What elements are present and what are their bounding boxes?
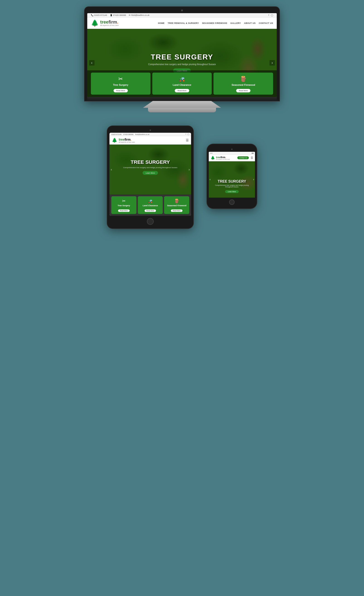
monitor-camera — [181, 9, 183, 11]
nav-about[interactable]: ABOUT US — [244, 22, 256, 24]
phone-home-button[interactable] — [229, 199, 235, 205]
phone-bezel: ●●● ▮▮▮ 🌲 treefirm. All aspects of tree … — [207, 144, 257, 209]
tablet-firewood-read-more-button[interactable]: Read More — [171, 209, 182, 212]
desktop-monitor-section: 📞 01825 872146 📱 07428 080088 ✉ Rob@tree… — [0, 0, 364, 112]
mobile-icon: 📱 — [110, 14, 112, 16]
tree-surgery-title: Tree Surgery — [93, 83, 148, 86]
tablet-tree-surgery-read-more-button[interactable]: Read More — [118, 209, 130, 212]
phone-learn-more-button[interactable]: Learn More — [225, 190, 239, 193]
phone-signal: ●●● — [210, 152, 213, 154]
tablet-hamburger-button[interactable]: ☰ — [186, 138, 189, 142]
topbar-left: 📞 01825 872146 📱 07428 080088 ✉ Rob@tree… — [91, 14, 149, 16]
tablet-logo-tree-part: tree — [119, 138, 125, 141]
tablet-camera — [150, 130, 151, 131]
logo-text: treefirm. All aspects of tree care — [100, 20, 118, 27]
tablet-service-firewood: 🪵 Seasoned Firewood Read More — [164, 196, 189, 214]
land-clearance-read-more-button[interactable]: Read More — [175, 89, 189, 92]
tablet-screen: 01825 872146 07428 080088 Rob@treefirm.c… — [109, 133, 191, 216]
tablet-logo-dot: . — [131, 138, 131, 141]
phone-hamburger-button[interactable]: ☰ — [251, 156, 253, 159]
tree-surgery-read-more-button[interactable]: Read More — [114, 89, 128, 92]
nav-links: HOME TREE REMOVAL & SURGERY SEASONED FIR… — [158, 22, 273, 24]
tablet-land-clearance-title: Land Clearance — [139, 204, 162, 207]
tablet-land-clearance-read-more-button[interactable]: Read More — [145, 209, 156, 212]
firewood-icon: 🪵 — [216, 76, 271, 82]
topbar-email: ✉ Rob@treefirm.co.uk — [129, 14, 149, 16]
hero-content: TREE SURGERY Comprehensive tree surgery … — [148, 53, 216, 73]
services-row: ✂ Tree Surgery Read More 🚜 Land Clearanc… — [87, 70, 277, 97]
firewood-read-more-button[interactable]: Read More — [236, 89, 251, 92]
tablet-next-button[interactable]: › — [189, 168, 190, 171]
monitor-bezel: 📞 01825 872146 📱 07428 080088 ✉ Rob@tree… — [85, 7, 279, 101]
nav-firewood[interactable]: SEASONED FIREWOOD — [202, 22, 227, 24]
tablet-instagram-icon[interactable]: ◯ — [188, 134, 189, 135]
phone-contact-button[interactable]: Contact Us — [237, 156, 249, 159]
topbar-phone2: 📱 07428 080088 — [110, 14, 126, 16]
phone-battery: ▮▮▮ — [252, 152, 254, 154]
hero-title: TREE SURGERY — [148, 53, 216, 61]
land-clearance-icon: 🚜 — [155, 76, 210, 82]
tablet-email: Rob@treefirm.co.uk — [135, 134, 149, 135]
land-clearance-title: Land Clearance — [155, 83, 210, 86]
site-nav: 🌲 treefirm. All aspects of tree care HOM… — [87, 17, 277, 29]
tablet-prev-button[interactable]: ‹ — [111, 168, 112, 171]
nav-home[interactable]: HOME — [158, 22, 165, 24]
phone-next-button[interactable]: › — [253, 178, 254, 181]
monitor-stand — [85, 101, 279, 112]
site-topbar: 📞 01825 872146 📱 07428 080088 ✉ Rob@tree… — [87, 13, 277, 17]
hero-next-button[interactable]: › — [269, 60, 275, 66]
tablet-service-tree-surgery: ✂ Tree Surgery Read More — [111, 196, 137, 214]
tablet-firewood-icon: 🪵 — [166, 199, 188, 203]
hero-subtitle: Comprehensive tree surgery and hedge pru… — [148, 63, 216, 66]
hero-prev-button[interactable]: ‹ — [89, 60, 95, 66]
phone-logo-text: treefirm. All aspects of tree care — [216, 156, 230, 160]
monitor-stand-base — [148, 108, 216, 112]
tablet-logo-name: treefirm. — [119, 138, 135, 141]
mobile-devices-section: 01825 872146 07428 080088 Rob@treefirm.c… — [0, 112, 364, 238]
logo-name: treefirm. — [100, 20, 118, 24]
phone-logo-tree-part: tree — [216, 156, 220, 159]
logo-dot: . — [117, 20, 118, 24]
instagram-icon[interactable]: ◯ — [271, 14, 273, 16]
phone-logo-tagline: All aspects of tree care — [216, 159, 230, 160]
phone-logo-dot: . — [225, 156, 226, 159]
site-logo: 🌲 treefirm. All aspects of tree care — [91, 19, 118, 27]
phone-hero: TREE SURGERY Comprehensive tree surgery … — [209, 161, 255, 198]
logo-tree-text: tree — [100, 20, 109, 24]
topbar-phone1: 📞 01825 872146 — [91, 14, 107, 16]
monitor-stand-neck — [85, 101, 279, 108]
nav-tree-surgery[interactable]: TREE REMOVAL & SURGERY — [168, 22, 199, 24]
phone-hero-title: TREE SURGERY — [211, 179, 253, 184]
topbar-social: f ◯ — [268, 14, 273, 16]
tablet-logo: 🌲 treefirm. All aspects of tree care — [112, 137, 135, 143]
site-hero: TREE SURGERY Comprehensive tree surgery … — [87, 29, 277, 97]
nav-contact[interactable]: CONTACT US — [259, 22, 273, 24]
phone-camera — [231, 149, 233, 150]
service-card-tree-surgery: ✂ Tree Surgery Read More — [91, 73, 151, 95]
logo-firm-text: firm — [109, 20, 117, 24]
phone-nav: 🌲 treefirm. All aspects of tree care Con… — [209, 155, 255, 161]
phone-logo-tree-icon: 🌲 — [211, 156, 215, 160]
tablet-facebook-icon[interactable]: f — [186, 134, 186, 135]
tablet-service-land-clearance: 🚜 Land Clearance Read More — [138, 196, 163, 214]
phone-topbar: ●●● ▮▮▮ — [209, 152, 255, 155]
tablet-logo-tree-icon: 🌲 — [112, 137, 117, 143]
monitor-screen: 📞 01825 872146 📱 07428 080088 ✉ Rob@tree… — [87, 13, 277, 97]
tablet-hero-title: TREE SURGERY — [114, 159, 187, 165]
tablet-nav: 🌲 treefirm. All aspects of tree care ☰ — [109, 136, 191, 144]
service-card-firewood: 🪵 Seasoned Firewood Read More — [213, 73, 273, 95]
tablet-topbar: 01825 872146 07428 080088 Rob@treefirm.c… — [109, 133, 191, 136]
tablet-learn-more-button[interactable]: Learn More — [143, 171, 158, 175]
nav-gallery[interactable]: GALLERY — [230, 22, 241, 24]
tablet-hero: TREE SURGERY Comprehensive tree surgery … — [109, 144, 191, 194]
tablet-hero-content: TREE SURGERY Comprehensive tree surgery … — [114, 159, 187, 175]
facebook-icon[interactable]: f — [268, 14, 269, 16]
tablet-device: 01825 872146 07428 080088 Rob@treefirm.c… — [107, 126, 193, 229]
tablet-land-clearance-icon: 🚜 — [139, 199, 162, 203]
phone-logo: 🌲 treefirm. All aspects of tree care — [211, 156, 230, 160]
phone-prev-button[interactable]: ‹ — [210, 178, 211, 181]
tablet-tree-surgery-icon: ✂ — [113, 199, 135, 203]
monitor-chin — [87, 97, 277, 101]
firewood-title: Seasoned Firewood — [216, 83, 271, 86]
tablet-home-button[interactable] — [147, 218, 154, 225]
